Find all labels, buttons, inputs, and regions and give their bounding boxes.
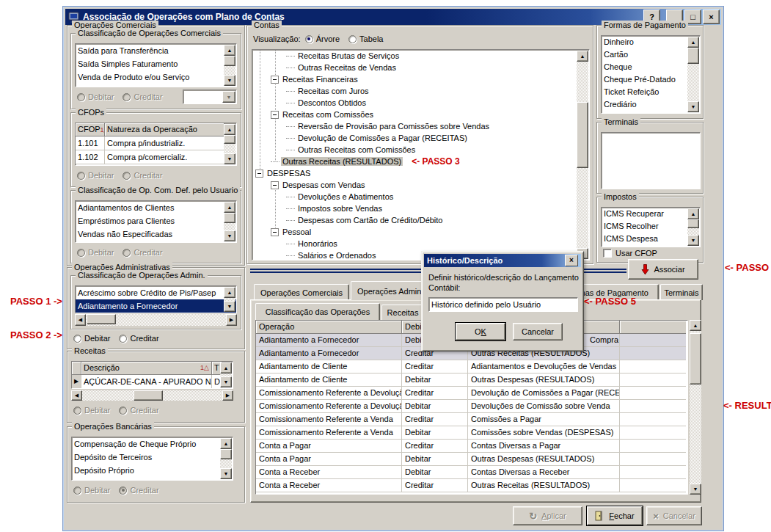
- table-row[interactable]: Conta a ReceberCreditarOutras Receitas (…: [256, 479, 687, 492]
- scroll-up-icon[interactable]: ▲: [224, 287, 235, 298]
- listbox-impostos[interactable]: ICMS Recuperar ICMS Recolher ICMS Despes…: [601, 207, 701, 247]
- tree-item-selected[interactable]: Outras Receitas (RESULTADOS)<- PASSO 3: [252, 156, 589, 167]
- fechar-button[interactable]: Fechar: [587, 506, 643, 525]
- table-row[interactable]: Conta a PagarCreditarContas Diversas a P…: [256, 440, 687, 453]
- dialog-cancelar-button[interactable]: Cancelar: [513, 323, 563, 340]
- scroll-up-icon[interactable]: ▲: [687, 208, 699, 219]
- scroll-up-icon[interactable]: ▲: [577, 51, 588, 62]
- list-item[interactable]: Dinheiro: [602, 36, 700, 48]
- tree-item[interactable]: DESPESAS: [252, 167, 589, 179]
- scroll-thumb[interactable]: [220, 449, 232, 459]
- subtab-classificacao-das-operacoes[interactable]: Classificação das Operações: [255, 303, 380, 320]
- tree-item[interactable]: Outras Receitas de Vendas: [252, 62, 589, 73]
- scrollbar[interactable]: ▲ ▼: [224, 287, 235, 312]
- list-item[interactable]: Acréscimo sobre Crédito de Pis/Pasep: [76, 286, 236, 299]
- tree-item[interactable]: Devoluções e Abatimentos: [252, 191, 589, 203]
- horizontal-scrollbar[interactable]: ◀ ▶: [75, 314, 237, 326]
- tab-operacoes-comerciais[interactable]: Operações Comerciais: [254, 284, 349, 300]
- listbox-classificacao-comerciais[interactable]: Saída para Transferência Saída Simples F…: [75, 43, 237, 87]
- scroll-thumb[interactable]: [224, 135, 235, 144]
- debitar-radio[interactable]: [73, 407, 81, 415]
- creditar-radio[interactable]: [123, 249, 131, 257]
- debitar-radio[interactable]: [73, 335, 81, 343]
- horizontal-scrollbar[interactable]: ◀ ▶: [71, 390, 233, 401]
- creditar-radio[interactable]: [119, 487, 127, 495]
- debitar-radio[interactable]: [77, 172, 85, 180]
- scroll-right-icon[interactable]: ▶: [222, 390, 233, 401]
- tab-terminais[interactable]: Terminais: [660, 284, 703, 300]
- tree-item[interactable]: Despesas com Vendas: [252, 179, 589, 191]
- scroll-thumb[interactable]: [687, 219, 699, 228]
- scrollbar[interactable]: ▲ ▼: [687, 37, 699, 112]
- list-item[interactable]: Saída para Transferência: [76, 44, 236, 57]
- table-row[interactable]: ▶ AÇÚCAR-DE-CANA - APURADO NA DAPI D: [72, 375, 233, 389]
- scrollbar[interactable]: ▲ ▼: [690, 320, 701, 495]
- scrollbar[interactable]: ▲ ▼: [220, 438, 232, 479]
- listbox-operacoes-bancarias[interactable]: Compensação de Cheque Próprio Depósito d…: [71, 437, 233, 481]
- column-header-natureza[interactable]: Natureza da Operacação: [105, 123, 224, 136]
- scroll-up-icon[interactable]: ▲: [224, 202, 235, 213]
- table-row[interactable]: Conta a ReceberDebitarContas Diversas a …: [256, 466, 687, 479]
- scrollbar[interactable]: ▲ ▼: [224, 124, 235, 164]
- tree-item[interactable]: Despesas com Cartão de Crédito/Débito: [252, 214, 589, 226]
- scroll-down-icon[interactable]: ▼: [224, 75, 235, 86]
- scroll-right-icon[interactable]: ▶: [226, 314, 237, 326]
- listbox-formas-pagamento[interactable]: Dinheiro Cartão Cheque Cheque Pré-Datado…: [601, 35, 701, 114]
- conta-combobox[interactable]: ▼: [183, 90, 237, 104]
- list-item[interactable]: Vendas não Especificadas: [76, 227, 236, 241]
- collapse-icon[interactable]: [271, 76, 279, 84]
- debitar-radio[interactable]: [77, 249, 85, 257]
- scroll-left-icon[interactable]: ◀: [75, 314, 86, 326]
- table-row[interactable]: Comissionamento Referente a VendaDebitar…: [256, 426, 687, 440]
- creditar-radio[interactable]: [119, 407, 127, 415]
- list-item-selected[interactable]: Adiantamento a Fornecedor: [76, 299, 236, 313]
- list-item[interactable]: Depósito Próprio: [72, 464, 233, 477]
- dialog-title-bar[interactable]: Histórico/Descrição ×: [424, 254, 581, 267]
- collapse-icon[interactable]: [255, 170, 263, 178]
- scrollbar[interactable]: ▲ ▼: [687, 208, 699, 246]
- close-button[interactable]: ×: [703, 10, 720, 24]
- column-header-cfop[interactable]: CFOP1△: [76, 123, 105, 136]
- scroll-up-icon[interactable]: ▲: [224, 45, 235, 56]
- scrollbar[interactable]: ▲ ▼: [577, 51, 588, 259]
- scroll-down-icon[interactable]: ▼: [690, 484, 701, 495]
- list-item[interactable]: Cheque: [602, 61, 700, 73]
- column-header-operacao[interactable]: Operação: [256, 321, 402, 334]
- listbox-classificacao-admin[interactable]: Acréscimo sobre Crédito de Pis/Pasep Adi…: [75, 285, 237, 313]
- debitar-radio[interactable]: [77, 93, 85, 101]
- tree-item[interactable]: Devolução de Comissões a Pagar (RECEITAS…: [252, 132, 589, 144]
- list-item[interactable]: Empréstimos para Clientes: [76, 214, 236, 227]
- scroll-thumb[interactable]: [577, 102, 588, 168]
- scroll-down-icon[interactable]: ▼: [687, 101, 699, 112]
- list-item[interactable]: Depósito de Terceiros: [72, 451, 233, 464]
- scroll-down-icon[interactable]: ▼: [224, 301, 235, 312]
- list-item[interactable]: Cheque Pré-Datado: [602, 73, 700, 86]
- scroll-thumb[interactable]: [690, 333, 701, 385]
- debitar-radio[interactable]: [73, 487, 81, 495]
- scrollbar[interactable]: ▲ ▼: [224, 45, 235, 86]
- tree-item[interactable]: Receitas com Comissões: [252, 109, 589, 120]
- list-item[interactable]: ICMS Recuperar: [602, 208, 700, 220]
- table-row[interactable]: Comissionamento Referente a VendaCredita…: [256, 413, 687, 426]
- scroll-down-icon[interactable]: ▼: [224, 153, 235, 164]
- scroll-up-icon[interactable]: ▲: [687, 37, 699, 48]
- scroll-left-icon[interactable]: ◀: [71, 390, 82, 401]
- ok-button[interactable]: OK: [456, 323, 505, 340]
- cancelar-button[interactable]: × Cancelar: [646, 506, 702, 525]
- scroll-down-icon[interactable]: ▼: [224, 230, 235, 241]
- list-item[interactable]: Venda de Produto e/ou Serviço: [76, 70, 236, 84]
- listbox-def-usuario[interactable]: Adiantamentos de Clientes Empréstimos pa…: [75, 200, 237, 243]
- accounts-tree[interactable]: Receitas Brutas de Serviços Outras Recei…: [252, 49, 590, 260]
- collapse-icon[interactable]: [271, 228, 279, 236]
- scroll-thumb[interactable]: [87, 314, 116, 324]
- scroll-thumb[interactable]: [687, 48, 699, 64]
- associar-button[interactable]: Associar: [628, 259, 698, 280]
- tabela-radio[interactable]: [348, 35, 357, 43]
- list-item[interactable]: Adiantamentos de Clientes: [76, 201, 236, 214]
- scroll-up-icon[interactable]: ▲: [220, 362, 232, 374]
- list-item[interactable]: Crediário: [602, 98, 700, 111]
- tree-item[interactable]: Descontos Obtidos: [252, 97, 589, 109]
- scroll-up-icon[interactable]: ▲: [220, 438, 232, 449]
- creditar-radio[interactable]: [119, 335, 127, 343]
- creditar-radio[interactable]: [123, 172, 131, 180]
